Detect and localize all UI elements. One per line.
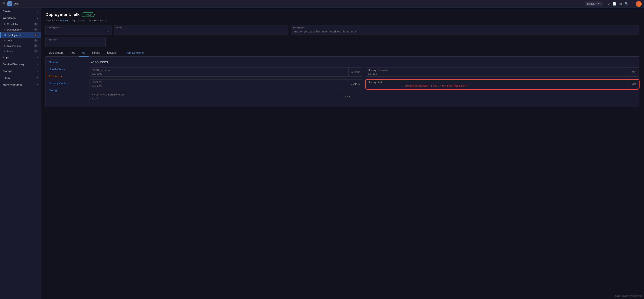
memory-reservation-unit: MiB — [629, 68, 639, 76]
tab-es[interactable]: es — [79, 49, 89, 57]
content-card: General Health Check Resources Security … — [46, 57, 639, 107]
deployments-dot — [4, 34, 6, 36]
main-layout: Cluster ▾ Workloads ▴ CronJobs 0 DaemonS… — [0, 8, 644, 299]
sidebar-item-jobs[interactable]: Jobs 0 — [0, 38, 40, 43]
apps-section[interactable]: Apps ▾ — [0, 54, 40, 61]
content-inner: Deployment: elk Active Namespace: defaul… — [41, 8, 644, 111]
panel-content: Resources CPU Reservation mCPUs — [86, 57, 639, 107]
sidebar-item-cronjobs[interactable]: CronJobs 0 — [0, 21, 40, 27]
service-discovery-section[interactable]: Service Discovery ▾ — [0, 61, 40, 68]
tab-logstash[interactable]: logstash — [104, 49, 121, 57]
cpu-reservation-unit: mCPUs — [348, 68, 363, 76]
cpu-reservation-input[interactable] — [92, 72, 346, 75]
more-resources-section[interactable]: More Resources ▾ — [0, 81, 40, 88]
jobs-badge: 0 — [34, 39, 38, 42]
sidebar-item-pods[interactable]: Pods 2 — [0, 49, 40, 54]
sidebar-item-statefulsets[interactable]: StatefulSets 0 — [0, 43, 40, 49]
namespace-value: default — [587, 2, 594, 5]
daemonsets-badge: 0 — [34, 28, 38, 31]
jobs-left: Jobs — [4, 39, 12, 42]
tabs-row: Deployment Pod es kibana logstash + Add … — [46, 49, 639, 57]
storage-section[interactable]: Storage ▾ — [0, 68, 40, 75]
policy-section[interactable]: Policy ▾ — [0, 75, 40, 81]
cluster-section[interactable]: Cluster ▾ — [0, 8, 40, 15]
statefulsets-dot — [4, 45, 6, 47]
pods-badge: 2 — [34, 50, 38, 53]
cpu-limit-input[interactable] — [92, 84, 346, 87]
daemonsets-label: DaemonSets — [7, 28, 22, 31]
hamburger-menu[interactable]: ☰ — [2, 2, 6, 6]
form-row-1: Namespace * default ▾ Name * elk Descrip… — [46, 25, 639, 35]
deployment-name: elk — [74, 12, 80, 17]
namespace-tag[interactable]: default × ▾ — [585, 2, 602, 6]
workloads-section[interactable]: Workloads ▴ — [0, 15, 40, 21]
storage-label: Storage — [3, 70, 12, 73]
cpu-limit-label: CPU Limit — [92, 81, 346, 83]
upload-icon[interactable]: ↑ — [603, 2, 605, 6]
name-input[interactable]: elk — [114, 29, 288, 35]
gpu-input[interactable] — [92, 97, 339, 100]
daemonsets-dot — [4, 29, 6, 30]
add-container-tab[interactable]: + Add Container — [121, 49, 148, 56]
top-bar-right: default × ▾ ↑ ↙ 📄 ⊞ 🔍 ⋮ — [585, 1, 642, 7]
grid-icon[interactable]: ⊞ — [619, 2, 622, 6]
cpu-reservation-label: CPU Reservation — [92, 69, 346, 72]
deployments-label: Deployments — [8, 34, 22, 37]
namespace-link[interactable]: default — [60, 19, 68, 22]
avatar[interactable] — [636, 1, 642, 7]
sidebar: Cluster ▾ Workloads ▴ CronJobs 0 DaemonS… — [0, 8, 41, 299]
name-field: Name * elk — [114, 25, 288, 35]
panel-nav-health-check[interactable]: Health Check — [46, 66, 86, 73]
app-icon: 🚀 — [8, 1, 12, 7]
resources-title: Resources — [90, 60, 639, 64]
description-input[interactable] — [291, 29, 639, 35]
search-icon[interactable]: 🔍 — [624, 2, 628, 6]
namespace-required: * — [60, 27, 60, 29]
memory-limit-annotation: 这里根据实际情况制定一下内存，不然可能会占用过多的内存 — [405, 84, 468, 88]
name-required: * — [122, 27, 123, 29]
workloads-label: Workloads — [3, 17, 16, 20]
memory-reservation-input[interactable] — [368, 72, 627, 75]
replicas-field: Replicas * 1 — [46, 37, 106, 47]
panel-nav-storage[interactable]: Storage — [46, 87, 86, 94]
cronjobs-dot — [4, 23, 6, 25]
top-bar-icons: ↑ ↙ 📄 ⊞ 🔍 ⋮ — [603, 2, 634, 6]
description-field: Description — [291, 25, 639, 35]
deployments-badge: 2 — [34, 34, 38, 37]
namespace-close-icon[interactable]: × — [596, 3, 597, 5]
namespace-dropdown-icon[interactable]: ▾ — [108, 30, 109, 33]
tab-kibana[interactable]: kibana — [88, 49, 104, 57]
file-icon[interactable]: 📄 — [613, 2, 616, 6]
service-discovery-chevron: ▾ — [37, 63, 38, 66]
replicas-required: * — [56, 39, 57, 41]
jobs-dot — [4, 40, 6, 41]
replicas-input[interactable]: 1 — [46, 41, 106, 47]
cpu-limit-field: CPU Limit mCPUs — [90, 79, 363, 89]
sidebar-item-deployments[interactable]: Deployments 2 — [0, 32, 40, 38]
memory-reservation-field: Memory Reservation MiB — [366, 68, 639, 77]
tab-deployment[interactable]: Deployment — [46, 49, 67, 57]
download-icon[interactable]: ↙ — [608, 2, 610, 6]
statefulsets-badge: 0 — [34, 44, 38, 48]
pods-left: Pods — [4, 50, 13, 53]
tab-pod[interactable]: Pod — [67, 49, 79, 57]
apps-chevron: ▾ — [37, 56, 38, 59]
namespace-input[interactable]: default — [46, 29, 111, 35]
memory-reservation-label: Memory Reservation — [368, 69, 627, 72]
jobs-label: Jobs — [7, 39, 12, 42]
resource-row-1: CPU Reservation mCPUs Memory Reservation — [90, 68, 639, 77]
memory-limit-input[interactable]: 4096 — [368, 85, 400, 88]
app-name: jsyl — [14, 2, 19, 6]
policy-label: Policy — [3, 76, 10, 79]
cronjobs-left: CronJobs — [4, 23, 18, 26]
panel: General Health Check Resources Security … — [46, 57, 639, 107]
panel-sidebar: General Health Check Resources Security … — [46, 57, 86, 107]
panel-nav-resources[interactable]: Resources — [46, 73, 86, 80]
more-resources-chevron: ▾ — [37, 83, 38, 86]
panel-nav-security-context[interactable]: Security Context — [46, 80, 86, 87]
sidebar-item-daemonsets[interactable]: DaemonSets 0 — [0, 27, 40, 32]
chevron-down-icon[interactable]: ▾ — [598, 2, 600, 5]
more-icon[interactable]: ⋮ — [631, 2, 634, 6]
deployment-header: Deployment: elk Active — [46, 12, 639, 17]
panel-nav-general[interactable]: General — [46, 59, 86, 66]
